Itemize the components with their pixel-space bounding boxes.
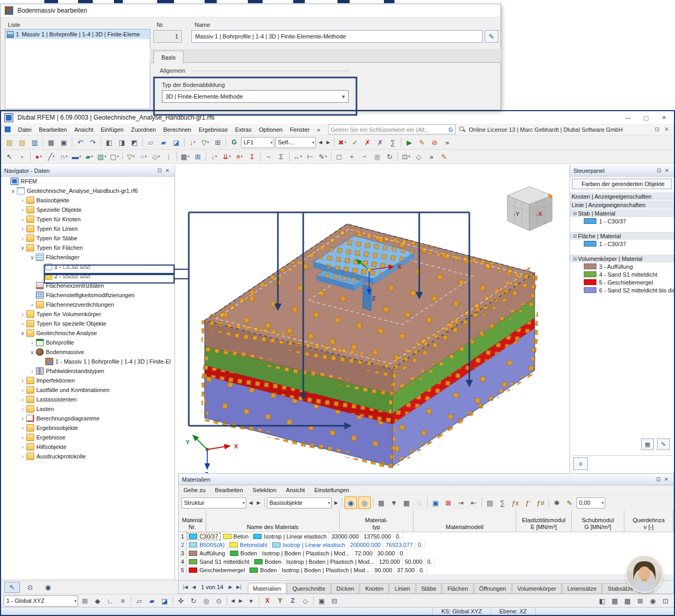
material-g-modulus[interactable]: 76923.077: [383, 541, 416, 549]
visibility-eye-button[interactable]: ⊙: [22, 582, 38, 593]
material-row[interactable]: 5 Geschiebemergel Boden Isotrop | Boden …: [179, 566, 673, 574]
table-tab[interactable]: Linien: [389, 583, 415, 593]
insert-node[interactable]: ●: [33, 151, 44, 162]
legend-knoten-header[interactable]: Knoten | Anzeigeeigenschaften: [570, 192, 674, 200]
tree-item[interactable]: › Pfahlwiderstandstypen: [1, 366, 175, 376]
render-transparent[interactable]: ◪: [170, 136, 182, 148]
load-member[interactable]: ⇊: [221, 151, 233, 162]
edit-pen[interactable]: ✎: [438, 151, 450, 162]
material-poisson[interactable]: 0.: [425, 558, 435, 566]
tree-item[interactable]: › Flächennetzverdichtungen: [1, 300, 175, 309]
legend-expander-icon[interactable]: [572, 233, 578, 239]
menu-item[interactable]: Ansicht: [71, 124, 97, 135]
material-row[interactable]: 2 B500S(A) Betonstahl Isotrop | Linear e…: [179, 541, 673, 549]
material-model-cell[interactable]: Isotrop | Boden | Plastisch | Mod...: [284, 558, 377, 566]
insert-eccentricity[interactable]: ◇: [150, 151, 162, 162]
tree-expander-icon[interactable]: ›: [19, 226, 26, 232]
table-colors[interactable]: ▩: [401, 497, 412, 509]
menu-item[interactable]: Extras: [232, 124, 255, 135]
soil-model-type-select[interactable]: 3D | Finite-Elemente-Methode: [162, 90, 349, 103]
tree-expander-icon[interactable]: ›: [19, 397, 26, 403]
select-box[interactable]: ▫: [16, 151, 28, 162]
table-tab[interactable]: Flächen: [442, 583, 473, 593]
close-panel-icon[interactable]: ✕: [662, 476, 670, 482]
display-properties-button[interactable]: ▦: [609, 595, 621, 607]
tree-item[interactable]: Flächensteifigkeitsmodifizierungen: [1, 290, 175, 300]
tree-item[interactable]: › Lastassistenten: [1, 395, 175, 404]
tree-expander-icon[interactable]: ∨: [28, 255, 36, 260]
material-e-modulus[interactable]: 33000.000: [329, 532, 361, 541]
tree-item[interactable]: Flächenexzentrizitäten: [1, 281, 175, 290]
legend-item-c30-37-flaeche[interactable]: 1 - C30/37: [570, 240, 674, 248]
view-iso[interactable]: ◇: [300, 595, 311, 607]
column-header[interactable]: Material- typ: [340, 510, 413, 532]
background-button[interactable]: ▩: [622, 595, 633, 607]
tree-item[interactable]: › Berechnungsdiagramme: [1, 414, 175, 423]
info-button[interactable]: ◉: [647, 595, 659, 607]
legend-linie-header[interactable]: Linie | Anzeigeeigenschaften: [570, 201, 674, 209]
tree-expander-icon[interactable]: ›: [19, 387, 26, 393]
sum-rows[interactable]: ∑: [497, 497, 508, 509]
show-results[interactable]: ✓: [349, 136, 361, 148]
material-name-cell[interactable]: Sand S1 mitteldicht: [187, 558, 252, 566]
material-e-modulus[interactable]: 90.000: [372, 566, 395, 574]
view-y[interactable]: Y: [274, 595, 286, 607]
material-name-cell[interactable]: Geschiebemergel: [187, 566, 247, 574]
material-type-cell[interactable]: Boden: [228, 549, 260, 558]
legend-stab-material[interactable]: Stab | Material: [570, 209, 674, 217]
tree-item[interactable]: › Ergebnisse: [1, 433, 175, 442]
tab-basis[interactable]: Basis: [153, 51, 184, 63]
zoom-in[interactable]: +: [346, 151, 358, 162]
select-pointer[interactable]: ↖: [4, 151, 15, 162]
material-poisson[interactable]: 0.: [398, 549, 407, 558]
material-g-modulus[interactable]: 37.500: [395, 566, 418, 574]
materials-menu-item[interactable]: Gehe zu: [179, 487, 210, 493]
new-file[interactable]: ▤: [4, 136, 15, 148]
tree-expander-icon[interactable]: ›: [28, 340, 36, 346]
coordinate-system-combo[interactable]: 1 - Global XYZ: [4, 595, 78, 607]
close-panel-icon[interactable]: ✕: [163, 168, 171, 173]
calculate[interactable]: ▶: [403, 136, 415, 148]
legend-item-sand-s2[interactable]: 6 - Sand S2 mitteldicht bis dich: [570, 286, 674, 294]
insert-opening[interactable]: ▢: [109, 151, 120, 162]
show-mesh[interactable]: ⊞: [212, 136, 224, 148]
table-tab[interactable]: Volumenkörper: [512, 583, 562, 593]
material-g-modulus[interactable]: 50.000: [402, 558, 425, 566]
insert-support[interactable]: ▽: [125, 151, 137, 162]
prev-loadcase[interactable]: ◀: [317, 136, 324, 148]
table-tab[interactable]: Liniensätze: [562, 583, 602, 593]
view-x[interactable]: X: [262, 595, 273, 607]
snap-toggle[interactable]: ◆: [92, 595, 103, 607]
zoom-out[interactable]: −: [359, 151, 370, 162]
tree-item[interactable]: 1 - ☐☐☑ ☑☑: [1, 262, 175, 271]
copy[interactable]: ▣: [58, 136, 70, 148]
material-e-modulus[interactable]: 200000.000: [348, 541, 383, 549]
fullscreen-button[interactable]: ⊡: [660, 595, 671, 607]
tree-expander-icon[interactable]: ›: [19, 435, 26, 441]
tree-item[interactable]: ∨ Geotechnische Analyse: [1, 328, 175, 338]
materials-menu-item[interactable]: Ansicht: [281, 487, 310, 493]
materials-menu-item[interactable]: Einstellungen: [310, 487, 354, 493]
massif-list-item[interactable]: 1 Massiv 1 | Bohrprofile | 1-4 | 3D | Fi…: [5, 30, 150, 39]
imperfection[interactable]: ~: [263, 151, 274, 162]
print[interactable]: ▦: [45, 136, 57, 148]
structure-combo[interactable]: Struktur: [181, 497, 246, 509]
massif-name-input[interactable]: Massiv 1 | Bohrprofile | 1-4 | 3D | Fini…: [191, 30, 483, 43]
tree-item[interactable]: › Typen für Stäbe: [1, 233, 175, 243]
steuerpanel-header[interactable]: Steuerpanel ⊡ ✕: [570, 165, 674, 177]
tree-item[interactable]: › Hilfsobjekte: [1, 442, 175, 452]
section-plane[interactable]: ⊟: [329, 595, 340, 607]
legend-item-c30-37-stab[interactable]: 1 - C30/37: [570, 217, 674, 225]
material-model-cell[interactable]: Isotrop | Linear elastisch: [251, 532, 329, 541]
viewport-3d[interactable]: X Z X Y Z: [175, 165, 570, 473]
tree-expander-icon[interactable]: ›: [19, 311, 26, 317]
tree-expander-icon[interactable]: ›: [19, 236, 26, 241]
redo[interactable]: ↷: [87, 136, 99, 148]
legend-item-sand-s1[interactable]: 4 - Sand S1 mitteldicht: [570, 270, 674, 278]
tree-expander-icon[interactable]: ∨: [9, 188, 17, 194]
material-poisson[interactable]: 0.: [417, 566, 427, 574]
rotate-view-2[interactable]: ↻: [188, 595, 199, 607]
next-group[interactable]: ▶: [333, 497, 340, 509]
tree-item[interactable]: › Lastfälle und Kombinationen: [1, 385, 175, 395]
rotate-view[interactable]: ↻: [384, 151, 396, 162]
